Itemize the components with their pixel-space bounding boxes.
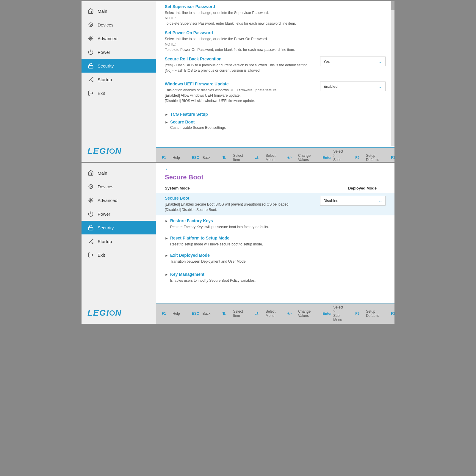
reset-content: Reset Platform to Setup Mode Reset to se… xyxy=(170,236,263,250)
sidebar-item-devices-1[interactable]: Devices xyxy=(82,18,156,32)
windows-uefi-desc: This option enables or disables windows … xyxy=(165,87,314,104)
windows-uefi-dropdown[interactable]: Enabled ⌄ xyxy=(320,82,386,91)
status-f10-2: F10 Save and Exit xyxy=(391,305,394,322)
power-on-password-title[interactable]: Set Power-On Password xyxy=(165,30,386,35)
status-bar-2: F1 Help ESC Back ⇅ Select Item ⇄ Select … xyxy=(156,303,394,324)
secure-boot-item: ► Secure Boot Customizable Secure Boot s… xyxy=(165,120,386,134)
secure-boot-title-2[interactable]: Secure Boot xyxy=(165,196,314,201)
status-enter-1: Enter Select > Sub-Menu xyxy=(322,149,343,162)
reset-platform-desc: Reset to setup mode will move secure boo… xyxy=(170,242,263,247)
secure-boot-value: Disabled xyxy=(323,198,339,203)
sidebar-item-main-1[interactable]: Main xyxy=(82,4,156,18)
sidebar-item-main-2[interactable]: Main xyxy=(82,166,156,180)
deployed-mode-label: Deployed Mode xyxy=(348,186,377,190)
sidebar-label-main-1: Main xyxy=(98,9,107,14)
sidebar-label-power-2: Power xyxy=(98,212,110,217)
secure-boot-highlighted: Secure Boot [Enabled] Enables Secure Boo… xyxy=(156,193,394,215)
sidebar-item-security-1[interactable]: Security xyxy=(82,59,156,73)
secure-boot-dropdown[interactable]: Disabled ⌄ xyxy=(320,196,386,206)
status-label-change-2: Change Values xyxy=(298,309,311,318)
status-label-selectmenu-1: Select Menu xyxy=(266,154,275,162)
exit-deployed-title[interactable]: Exit Deployed Mode xyxy=(170,253,247,258)
logo-1: LEGIN xyxy=(82,140,156,162)
secure-rollback-dropdown[interactable]: Yes ⌄ xyxy=(320,57,386,66)
svg-point-1 xyxy=(90,24,92,26)
reset-platform-item: ► Reset Platform to Setup Mode Reset to … xyxy=(165,236,386,250)
restore-factory-keys-title[interactable]: Restore Factory Keys xyxy=(170,218,269,223)
power-icon-1 xyxy=(87,49,94,55)
status-esc-1: ESC Back xyxy=(192,149,211,162)
sidebar-label-security-2: Security xyxy=(98,225,114,230)
secure-rollback-desc: [Yes] - Flash BIOS to a previous or curr… xyxy=(165,62,314,73)
sidebar-item-power-2[interactable]: Power xyxy=(82,207,156,221)
home-icon-2 xyxy=(87,170,94,176)
windows-uefi-title[interactable]: Windows UEFI Firmware Update xyxy=(165,82,314,86)
status-esc-2: ESC Back xyxy=(192,305,211,322)
sidebar-label-advanced-2: Advanced xyxy=(98,198,118,203)
secure-boot-expand-arrow: ► xyxy=(165,120,168,124)
status-label-help-2: Help xyxy=(173,311,180,316)
sidebar-item-devices-2[interactable]: Devices xyxy=(82,180,156,193)
scrollbar-track-1[interactable] xyxy=(391,1,394,146)
back-button[interactable]: ← xyxy=(156,163,394,172)
sidebar-label-exit-1: Exit xyxy=(98,91,105,96)
exit-deployed-item: ► Exit Deployed Mode Transition between … xyxy=(165,253,386,268)
mode-header: System Mode Deployed Mode xyxy=(156,186,394,193)
status-change-values-2: +/- Change Values xyxy=(287,305,311,322)
status-key-esc-1: ESC xyxy=(192,156,201,160)
lock-icon-2 xyxy=(87,224,94,231)
restore-expand-arrow: ► xyxy=(165,219,168,223)
asterisk-icon-1 xyxy=(87,35,94,42)
system-mode-label: System Mode xyxy=(165,186,190,190)
status-label-enter-2: Select > Sub-Menu xyxy=(333,305,343,322)
sidebar-item-startup-1[interactable]: Startup xyxy=(82,73,156,86)
secure-boot-title-1[interactable]: Secure Boot xyxy=(170,120,226,124)
secure-rollback-title[interactable]: Secure Roll Back Prevention xyxy=(165,57,314,61)
status-key-plusminus-1: +/- xyxy=(287,156,296,160)
windows-uefi-value: Enabled xyxy=(323,84,338,89)
status-key-leftright-2: ⇄ xyxy=(255,311,264,316)
secure-rollback-left: Secure Roll Back Prevention [Yes] - Flas… xyxy=(165,57,320,77)
sidebar-label-security-1: Security xyxy=(98,63,114,68)
status-key-updown-2: ⇅ xyxy=(222,311,231,316)
sidebar-label-devices-1: Devices xyxy=(98,22,113,27)
sidebar-item-advanced-1[interactable]: Advanced xyxy=(82,32,156,45)
secure-boot-content: Secure Boot Customizable Secure Boot set… xyxy=(170,120,226,134)
status-f10-1: F10 Save and Exit xyxy=(391,149,394,162)
status-f9-2: F9 Setup Defaults xyxy=(355,305,379,322)
sidebar-item-startup-2[interactable]: Startup xyxy=(82,234,156,248)
windows-uefi-right: Enabled ⌄ xyxy=(320,82,386,91)
tcg-feature-item: ► TCG Feature Setup xyxy=(165,112,386,117)
supervisor-password-section: Set Supervisor Password Select this line… xyxy=(165,4,386,26)
supervisor-password-title[interactable]: Set Supervisor Password xyxy=(165,4,386,9)
svg-point-12 xyxy=(90,186,92,187)
reset-platform-title[interactable]: Reset Platform to Setup Mode xyxy=(170,236,263,240)
expandable-items: ► Restore Factory Keys Restore Factory K… xyxy=(156,218,394,287)
startup-icon-1 xyxy=(87,76,94,83)
sidebar-item-security-2[interactable]: Security xyxy=(82,221,156,234)
status-select-item-1: ⇅ Select Item xyxy=(222,149,243,162)
tcg-content: TCG Feature Setup xyxy=(170,112,208,117)
restore-factory-keys-desc: Restore Factory Keys will put secure boo… xyxy=(170,224,269,230)
main-content-1: Set Supervisor Password Select this line… xyxy=(156,1,394,162)
key-management-desc: Enables users to modify Secure Boot Poli… xyxy=(170,278,256,283)
status-label-enter-1: Select > Sub-Menu xyxy=(333,149,343,162)
status-f1-1: F1 Help xyxy=(162,149,180,162)
status-key-enter-1: Enter xyxy=(322,156,331,160)
sidebar-item-exit-1[interactable]: Exit xyxy=(82,86,156,100)
exit-icon-2 xyxy=(87,252,94,258)
power-icon-2 xyxy=(87,211,94,217)
tcg-feature-title[interactable]: TCG Feature Setup xyxy=(170,112,208,117)
sidebar-item-advanced-2[interactable]: Advanced xyxy=(82,193,156,207)
key-management-title[interactable]: Key Management xyxy=(170,272,256,277)
exit-deployed-content: Exit Deployed Mode Transition between De… xyxy=(170,253,247,268)
status-label-selectitem-2: Select Item xyxy=(233,309,243,318)
scrollbar-thumb-1[interactable] xyxy=(391,1,394,10)
content-area-1: Set Supervisor Password Select this line… xyxy=(156,1,394,147)
status-key-updown-1: ⇅ xyxy=(222,155,231,160)
sidebar-item-power-1[interactable]: Power xyxy=(82,45,156,59)
secure-boot-row-inner: Secure Boot [Enabled] Enables Secure Boo… xyxy=(165,196,386,212)
status-label-help-1: Help xyxy=(173,156,180,160)
sidebar-item-exit-2[interactable]: Exit xyxy=(82,248,156,262)
status-key-f9-2: F9 xyxy=(355,311,364,316)
